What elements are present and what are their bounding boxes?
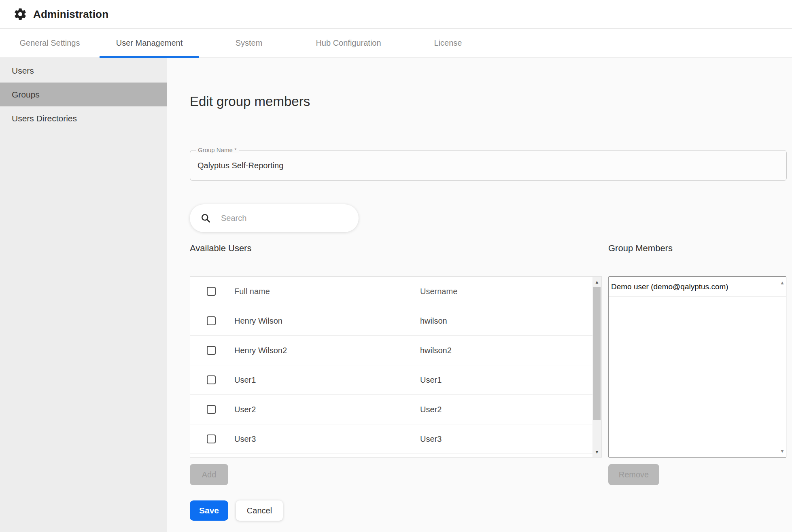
search-icon: [200, 213, 211, 224]
cell-full-name: User3: [234, 435, 420, 444]
sidebar-item-users-directories[interactable]: Users Directories: [0, 106, 167, 130]
table-row[interactable]: User3 User3: [190, 424, 601, 454]
tab-system[interactable]: System: [199, 29, 299, 57]
table-row[interactable]: Henry Wilson2 hwilson2: [190, 336, 601, 365]
available-users-table: Full name Username Henry Wilson hwilson …: [190, 276, 602, 458]
cell-full-name: User2: [234, 405, 420, 414]
main-panel: Edit group members Group Name * Availabl…: [167, 58, 792, 532]
scrollbar-thumb[interactable]: [593, 287, 601, 420]
scroll-down-arrow-icon[interactable]: ▼: [592, 447, 601, 456]
column-header-full-name: Full name: [234, 287, 420, 296]
page-title: Administration: [33, 8, 108, 21]
table-row[interactable]: User2 User2: [190, 395, 601, 424]
table-scrollbar[interactable]: ▲ ▼: [592, 277, 601, 457]
select-all-checkbox[interactable]: [207, 287, 216, 296]
scroll-up-arrow-icon[interactable]: ▲: [592, 278, 601, 286]
group-name-field[interactable]: Group Name *: [190, 150, 787, 181]
member-option[interactable]: Demo user (demo@qalyptus.com): [609, 277, 786, 297]
list-scroll-up-icon[interactable]: ▲: [780, 280, 785, 286]
cell-full-name: Henry Wilson2: [234, 346, 420, 355]
tab-general-settings[interactable]: General Settings: [0, 29, 100, 57]
row-checkbox[interactable]: [207, 316, 216, 325]
search-box[interactable]: [190, 204, 359, 232]
sidebar: Users Groups Users Directories: [0, 58, 167, 532]
group-members-title: Group Members: [608, 243, 786, 255]
cancel-button[interactable]: Cancel: [236, 500, 283, 521]
remove-button[interactable]: Remove: [608, 464, 659, 485]
edit-group-heading: Edit group members: [190, 94, 792, 109]
row-checkbox[interactable]: [207, 405, 216, 414]
tab-hub-configuration[interactable]: Hub Configuration: [299, 29, 398, 57]
available-users-title: Available Users: [190, 243, 602, 255]
main-tabbar: General Settings User Management System …: [0, 29, 792, 58]
sidebar-item-users[interactable]: Users: [0, 59, 167, 83]
save-button[interactable]: Save: [190, 500, 228, 521]
table-header-row: Full name Username: [190, 277, 601, 306]
row-checkbox[interactable]: [207, 346, 216, 355]
group-name-input[interactable]: [197, 161, 764, 170]
cell-username: User1: [420, 375, 601, 385]
table-row[interactable]: User1 User1: [190, 365, 601, 395]
sidebar-item-groups[interactable]: Groups: [0, 83, 167, 106]
column-header-username: Username: [420, 287, 601, 296]
row-checkbox[interactable]: [207, 435, 216, 443]
table-row[interactable]: Henry Wilson hwilson: [190, 306, 601, 336]
search-input[interactable]: [221, 214, 342, 223]
row-checkbox[interactable]: [207, 375, 216, 384]
add-button[interactable]: Add: [190, 464, 228, 485]
cell-username: hwilson: [420, 316, 601, 326]
group-name-label: Group Name *: [196, 146, 239, 153]
app-header: Administration: [0, 0, 792, 29]
tab-license[interactable]: License: [398, 29, 498, 57]
group-members-listbox[interactable]: Demo user (demo@qalyptus.com) ▲ ▼: [608, 276, 786, 458]
list-scroll-down-icon[interactable]: ▼: [780, 448, 785, 454]
tab-user-management[interactable]: User Management: [100, 29, 199, 57]
cell-username: User3: [420, 435, 601, 444]
cell-full-name: User1: [234, 375, 420, 385]
settings-gear-icon: [13, 7, 27, 21]
cell-full-name: Henry Wilson: [234, 316, 420, 326]
cell-username: hwilson2: [420, 346, 601, 355]
cell-username: User2: [420, 405, 601, 414]
